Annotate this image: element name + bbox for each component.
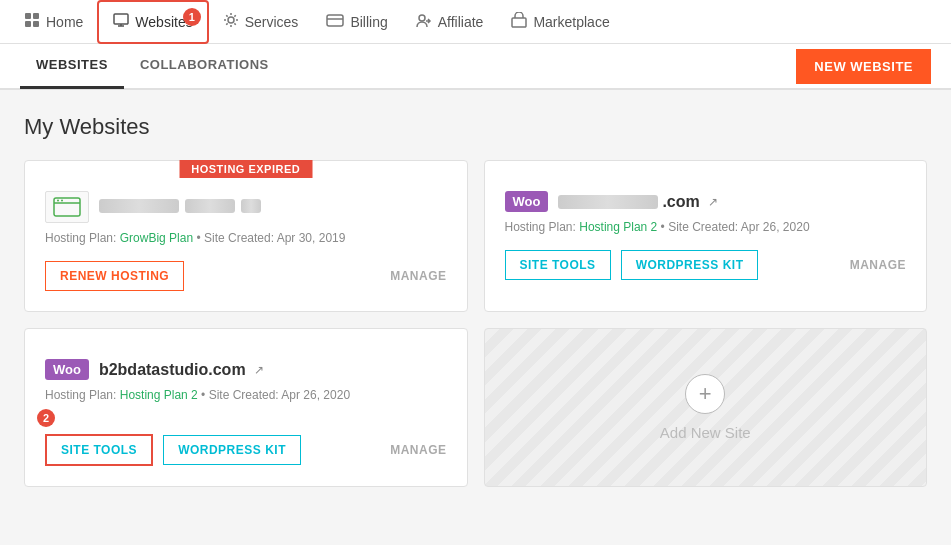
sub-navigation: WEBSITES COLLABORATIONS NEW WEBSITE [0, 44, 951, 90]
site-name-blur-1 [99, 199, 179, 213]
site-name-3: b2bdatastudio.com [99, 361, 246, 379]
hosting-expired-badge: HOSTING EXPIRED [179, 160, 312, 178]
external-link-icon-3[interactable]: ↗ [254, 363, 264, 377]
affiliate-icon [416, 12, 432, 32]
plus-icon: + [699, 381, 712, 407]
site-meta-1: Hosting Plan: GrowBig Plan • Site Create… [45, 231, 447, 245]
site-header-1 [45, 191, 447, 223]
new-website-button[interactable]: NEW WEBSITE [796, 49, 931, 84]
nav-home[interactable]: Home [10, 0, 97, 44]
browser-icon [53, 197, 81, 217]
add-new-site-label: Add New Site [660, 424, 751, 441]
services-icon [223, 12, 239, 32]
add-new-site-card[interactable]: + Add New Site [484, 328, 928, 487]
websites-grid: HOSTING EXPIRED [24, 160, 927, 487]
nav-billing[interactable]: Billing [312, 0, 401, 44]
billing-icon [326, 13, 344, 31]
site-name-blur-1b [185, 199, 235, 213]
site-tools-button-2[interactable]: SITE TOOLS [505, 250, 611, 280]
svg-point-14 [57, 200, 59, 202]
hosting-plan-link-2[interactable]: Hosting Plan 2 [579, 220, 657, 234]
woo-badge-2: Woo [505, 191, 549, 212]
site-meta-2: Hosting Plan: Hosting Plan 2 • Site Crea… [505, 220, 907, 234]
nav-billing-label: Billing [350, 14, 387, 30]
hosting-plan-link-3[interactable]: Hosting Plan 2 [120, 388, 198, 402]
svg-point-10 [419, 15, 425, 21]
site-card-3: Woo b2bdatastudio.com ↗ Hosting Plan: Ho… [24, 328, 468, 487]
site-meta-3: Hosting Plan: Hosting Plan 2 • Site Crea… [45, 388, 447, 402]
svg-point-7 [228, 17, 234, 23]
svg-rect-3 [33, 21, 39, 27]
svg-rect-2 [25, 21, 31, 27]
site-name-area-1 [99, 199, 447, 216]
site-actions-2: SITE TOOLS WORDPRESS KIT MANAGE [505, 250, 907, 280]
renew-hosting-button[interactable]: RENEW HOSTING [45, 261, 184, 291]
nav-marketplace-label: Marketplace [533, 14, 609, 30]
manage-button-3[interactable]: MANAGE [390, 443, 446, 457]
site-name-blur-2 [558, 195, 658, 209]
svg-rect-4 [114, 14, 128, 24]
add-site-circle: + [685, 374, 725, 414]
card-badge-2: 2 [37, 409, 55, 427]
nav-affiliate[interactable]: Affiliate [402, 0, 498, 44]
site-header-2: Woo .com ↗ [505, 191, 907, 212]
wordpress-kit-button-3[interactable]: WORDPRESS KIT [163, 435, 301, 465]
site-name-area-3: b2bdatastudio.com ↗ [99, 361, 447, 379]
tab-websites[interactable]: WEBSITES [20, 43, 124, 89]
manage-button-2[interactable]: MANAGE [850, 258, 906, 272]
site-actions-1: RENEW HOSTING MANAGE [45, 261, 447, 291]
hosting-plan-link-1[interactable]: GrowBig Plan [120, 231, 193, 245]
svg-rect-11 [512, 18, 526, 27]
grid-icon [24, 12, 40, 32]
site-name-area-2: .com ↗ [558, 193, 906, 211]
site-card-1: HOSTING EXPIRED [24, 160, 468, 312]
site-actions-3: SITE TOOLS WORDPRESS KIT MANAGE [45, 434, 447, 466]
nav-home-label: Home [46, 14, 83, 30]
svg-rect-8 [327, 15, 343, 26]
marketplace-icon [511, 12, 527, 32]
top-navigation: Home Websites 1 Services Billin [0, 0, 951, 44]
site-name-suffix-2: .com [662, 193, 699, 211]
wordpress-kit-button-2[interactable]: WORDPRESS KIT [621, 250, 759, 280]
nav-marketplace[interactable]: Marketplace [497, 0, 623, 44]
site-card-2: Woo .com ↗ Hosting Plan: Hosting Plan 2 … [484, 160, 928, 312]
websites-badge: 1 [183, 8, 201, 26]
nav-websites[interactable]: Websites 1 [97, 0, 208, 44]
nav-affiliate-label: Affiliate [438, 14, 484, 30]
sub-nav-tabs: WEBSITES COLLABORATIONS [20, 43, 285, 89]
external-link-icon-2[interactable]: ↗ [708, 195, 718, 209]
monitor-icon [113, 13, 129, 31]
site-tools-button-3[interactable]: SITE TOOLS [45, 434, 153, 466]
svg-rect-1 [33, 13, 39, 19]
site-name-blur-1c [241, 199, 261, 213]
nav-services-label: Services [245, 14, 299, 30]
svg-rect-0 [25, 13, 31, 19]
manage-button-1[interactable]: MANAGE [390, 269, 446, 283]
svg-point-15 [61, 200, 63, 202]
main-content: My Websites HOSTING EXPIRED [0, 90, 951, 511]
page-title: My Websites [24, 114, 927, 140]
nav-services[interactable]: Services [209, 0, 313, 44]
site-icon-box-1 [45, 191, 89, 223]
woo-badge-3: Woo [45, 359, 89, 380]
site-header-3: Woo b2bdatastudio.com ↗ [45, 359, 447, 380]
tab-collaborations[interactable]: COLLABORATIONS [124, 43, 285, 89]
